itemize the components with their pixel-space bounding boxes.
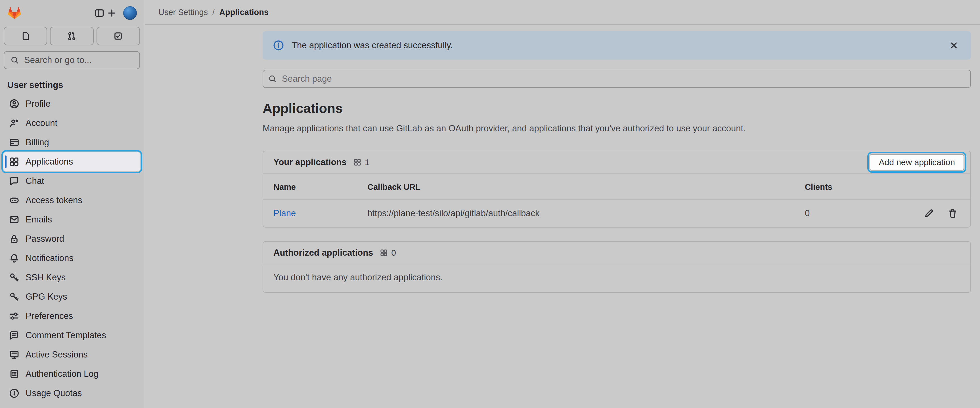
topbar: User Settings / Applications — [145, 0, 980, 25]
comment-templates-icon — [9, 330, 19, 340]
your-applications-header: Your applications 1 Add new application — [263, 151, 970, 174]
plus-icon — [107, 8, 117, 18]
page-title: Applications — [262, 100, 971, 116]
usage-quotas-icon — [9, 388, 19, 398]
sidebar-heading: User settings — [7, 80, 144, 90]
applications-icon — [9, 157, 19, 167]
breadcrumb-user-settings[interactable]: User Settings — [158, 8, 208, 17]
gpg-keys-icon — [9, 292, 19, 302]
sidebar-item-emails[interactable]: Emails — [3, 210, 140, 229]
search-icon — [268, 75, 277, 83]
active-indicator — [5, 156, 6, 168]
page-search-input[interactable] — [262, 70, 971, 88]
sidebar-item-active-sessions[interactable]: Active Sessions — [3, 345, 140, 364]
applications-count-icon — [353, 158, 361, 166]
close-icon — [949, 41, 959, 50]
authorized-applications-count: 0 — [391, 248, 396, 258]
gitlab-logo — [7, 6, 22, 20]
trash-icon — [948, 208, 958, 219]
billing-icon — [9, 137, 19, 148]
breadcrumb-separator: / — [212, 8, 215, 17]
sidebar-item-account[interactable]: Account — [3, 113, 140, 133]
sidebar-item-ssh-keys[interactable]: SSH Keys — [3, 268, 140, 287]
sidebar-item-authentication-log[interactable]: Authentication Log — [3, 364, 140, 384]
merge-request-icon — [67, 31, 76, 41]
sidebar-item-password[interactable]: Password — [3, 229, 140, 249]
sidebar-item-gpg-keys[interactable]: GPG Keys — [3, 287, 140, 306]
user-avatar[interactable] — [123, 6, 137, 20]
success-banner: The application was created successfully… — [262, 31, 971, 60]
sidebar-item-comment-templates[interactable]: Comment Templates — [3, 326, 140, 345]
column-name: Name — [274, 183, 368, 192]
sidebar-item-notifications[interactable]: Notifications — [3, 249, 140, 268]
create-new-button[interactable] — [106, 7, 118, 19]
your-applications-title: Your applications — [274, 157, 347, 167]
active-sessions-icon — [9, 349, 19, 360]
add-new-application-button[interactable]: Add new application — [870, 154, 964, 170]
info-icon — [273, 40, 284, 51]
sidebar-item-preferences[interactable]: Preferences — [3, 306, 140, 326]
your-applications-count: 1 — [365, 157, 370, 167]
todo-shortcut-button[interactable] — [97, 27, 140, 45]
emails-icon — [9, 214, 19, 225]
sidebar-item-profile[interactable]: Profile — [3, 94, 140, 113]
authorized-applications-empty: You don't have any authorized applicatio… — [263, 264, 970, 292]
page-search — [262, 70, 971, 88]
applications-count-icon — [380, 249, 388, 257]
notifications-icon — [9, 253, 19, 263]
row-actions — [890, 207, 959, 220]
application-callback-url: https://plane-test/silo/api/gitlab/auth/… — [368, 208, 805, 219]
issues-icon — [21, 31, 30, 41]
global-search-placeholder: Search or go to... — [24, 55, 92, 65]
application-clients-count: 0 — [805, 208, 890, 219]
sidebar-shortcuts — [4, 27, 140, 45]
column-callback-url: Callback URL — [368, 183, 805, 192]
panel-toggle-icon — [94, 8, 105, 18]
authorized-applications-header: Authorized applications 0 — [263, 242, 970, 264]
banner-close-button[interactable] — [947, 38, 961, 52]
merge-requests-shortcut-button[interactable] — [50, 27, 94, 45]
sidebar-item-applications[interactable]: Applications — [3, 152, 140, 171]
authorized-applications-card: Authorized applications 0 You don't have… — [262, 241, 971, 293]
application-name-link[interactable]: Plane — [274, 208, 296, 218]
sidebar-nav: Profile Account Billing Applications Cha… — [0, 94, 144, 403]
todo-check-icon — [113, 31, 123, 41]
sidebar-item-chat[interactable]: Chat — [3, 171, 140, 191]
global-search-input[interactable]: Search or go to... — [4, 51, 140, 69]
column-clients: Clients — [805, 183, 890, 192]
ssh-keys-icon — [9, 272, 19, 283]
applications-table-header: Name Callback URL Clients — [263, 174, 970, 199]
breadcrumb-current: Applications — [219, 8, 269, 17]
content-container: The application was created successfully… — [262, 25, 971, 293]
sidebar-header — [0, 0, 144, 20]
access-tokens-icon — [9, 195, 19, 205]
chat-icon — [9, 176, 19, 186]
password-icon — [9, 234, 19, 244]
issues-shortcut-button[interactable] — [4, 27, 47, 45]
your-applications-card: Your applications 1 Add new application … — [262, 151, 971, 227]
sidebar-toggle-button[interactable] — [93, 7, 106, 19]
main-area: User Settings / Applications The applica… — [145, 0, 980, 408]
delete-application-button[interactable] — [947, 207, 959, 220]
edit-application-button[interactable] — [923, 207, 935, 220]
preferences-icon — [9, 311, 19, 321]
application-row: Plane https://plane-test/silo/api/gitlab… — [263, 199, 970, 227]
profile-icon — [9, 99, 19, 109]
sidebar-item-access-tokens[interactable]: Access tokens — [3, 191, 140, 210]
account-icon — [9, 118, 19, 128]
authentication-log-icon — [9, 369, 19, 379]
page-description: Manage applications that can use GitLab … — [262, 124, 971, 133]
sidebar-item-billing[interactable]: Billing — [3, 133, 140, 152]
search-icon — [11, 56, 19, 64]
pencil-icon — [924, 208, 934, 219]
authorized-applications-title: Authorized applications — [274, 248, 373, 258]
banner-message: The application was created successfully… — [291, 40, 453, 51]
sidebar-item-usage-quotas[interactable]: Usage Quotas — [3, 384, 140, 403]
sidebar: Search or go to... User settings Profile… — [0, 0, 144, 408]
